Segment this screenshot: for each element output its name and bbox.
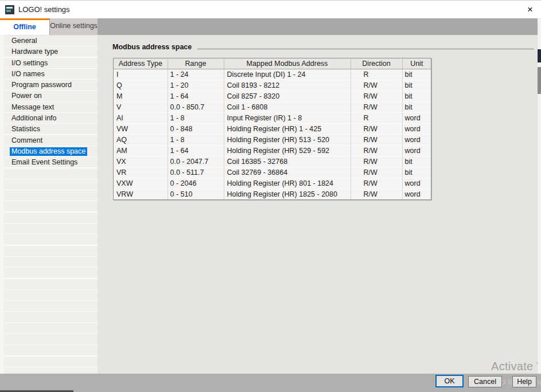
tab-label: Online settings	[50, 22, 98, 30]
sidebar-item[interactable]: Statistics	[4, 124, 98, 135]
cell-range: 1 - 64	[168, 91, 224, 102]
cell-range: 0 - 2046	[168, 178, 224, 189]
sidebar-item[interactable]: Message text	[4, 102, 98, 113]
background-window-edge-gray	[538, 67, 541, 94]
table-row: VW 0 - 848 Holding Register (HR) 1 - 425…	[114, 124, 431, 135]
cell-address-type: VX	[114, 156, 168, 167]
sidebar-item-label: I/O settings	[10, 59, 49, 68]
table-row: M 1 - 64 Coil 8257 - 8320 R/W bit	[114, 91, 431, 102]
cell-unit: word	[402, 113, 431, 124]
cell-address-type: V	[114, 102, 168, 113]
cell-mapped-address: Coil 8257 - 8320	[224, 91, 351, 102]
cell-mapped-address: Holding Register (HR) 513 - 520	[224, 135, 351, 146]
table-row: VR 0.0 - 511.7 Coil 32769 - 36864 R/W bi…	[114, 167, 431, 178]
cell-range: 0 - 848	[168, 124, 224, 135]
cell-unit: word	[402, 189, 431, 200]
table-row: VXW 0 - 2046 Holding Register (HR) 801 -…	[114, 178, 431, 189]
sidebar-item-label: I/O names	[10, 70, 46, 79]
cell-mapped-address: Coil 8193 - 8212	[224, 80, 351, 91]
cell-address-type: M	[114, 91, 168, 102]
cell-direction: R/W	[351, 156, 402, 167]
cell-mapped-address: Input Register (IR) 1 - 8	[224, 113, 351, 124]
sidebar-item[interactable]: Email Event Settings	[4, 157, 98, 168]
sidebar-item[interactable]: Modbus address space	[4, 146, 98, 157]
sidebar-edge	[0, 35, 4, 374]
sidebar-item[interactable]: Comment	[4, 135, 98, 146]
cell-unit: bit	[402, 102, 431, 113]
cell-mapped-address: Holding Register (HR) 529 - 592	[224, 146, 351, 156]
cell-range: 0.0 - 850.7	[168, 102, 224, 113]
table-header-row: Address TypeRangeMapped Modbus AddressDi…	[114, 58, 431, 69]
cell-unit: word	[402, 146, 431, 156]
cell-range: 1 - 8	[168, 135, 224, 146]
tab-item[interactable]: Offline settings	[0, 18, 49, 35]
cell-mapped-address: Coil 32769 - 36864	[224, 167, 351, 178]
table-row: Q 1 - 20 Coil 8193 - 8212 R/W bit	[114, 80, 431, 91]
sidebar-item-label: Hardware type	[10, 48, 60, 56]
activate-windows-watermark: Activate W	[491, 360, 541, 373]
background-window-edge-dark	[538, 49, 541, 62]
table-row: VX 0.0 - 2047.7 Coil 16385 - 32768 R/W b…	[114, 156, 431, 167]
sidebar-item[interactable]: Additional info	[4, 113, 98, 124]
cell-mapped-address: Coil 16385 - 32768	[224, 156, 351, 167]
section-divider	[197, 49, 534, 49]
cell-direction: R/W	[351, 178, 402, 189]
table-header-cell: Range	[168, 58, 224, 69]
ok-button[interactable]: OK	[435, 375, 464, 387]
table-row: AM 1 - 64 Holding Register (HR) 529 - 59…	[114, 146, 431, 156]
sidebar-item[interactable]: Hardware type	[4, 46, 98, 57]
cell-address-type: VXW	[114, 178, 168, 189]
close-icon[interactable]: ×	[524, 3, 536, 16]
section-header: Modbus address space	[112, 43, 534, 51]
cell-unit: bit	[402, 69, 431, 80]
table-row: I 1 - 24 Discrete Input (DI) 1 - 24 R bi…	[114, 69, 431, 80]
sidebar-item[interactable]: Power on	[4, 91, 98, 101]
table-header-cell: Unit	[402, 58, 431, 69]
cell-mapped-address: Coil 1 - 6808	[224, 102, 351, 113]
sidebar-item-label: Power on	[10, 92, 44, 100]
cell-address-type: I	[114, 69, 168, 80]
cell-direction: R	[351, 113, 402, 124]
cell-unit: word	[402, 135, 431, 146]
cell-direction: R/W	[351, 80, 402, 91]
sidebar-item[interactable]: General	[4, 36, 98, 46]
app-logo-icon	[5, 5, 14, 14]
sidebar-item-label: Modbus address space	[10, 147, 87, 156]
table-row: AI 1 - 8 Input Register (IR) 1 - 8 R wor…	[114, 113, 431, 124]
cell-direction: R/W	[351, 102, 402, 113]
cell-range: 1 - 24	[168, 69, 224, 80]
sidebar-item[interactable]: I/O names	[4, 69, 98, 80]
cell-address-type: VRW	[114, 189, 168, 200]
cell-range: 0.0 - 511.7	[168, 167, 224, 178]
cell-range: 0 - 510	[168, 189, 224, 200]
cell-direction: R/W	[351, 146, 402, 156]
cell-address-type: Q	[114, 80, 168, 91]
cell-direction: R/W	[351, 124, 402, 135]
cancel-button[interactable]: Cancel	[468, 376, 502, 387]
sidebar-item[interactable]: Program password	[4, 80, 98, 91]
logo-settings-dialog: LOGO! settings × Offline settings Online…	[0, 0, 541, 392]
title-bar: LOGO! settings ×	[0, 0, 541, 18]
cell-direction: R/W	[351, 91, 402, 102]
cell-address-type: AM	[114, 146, 168, 156]
cell-address-type: VR	[114, 167, 168, 178]
window-title: LOGO! settings	[18, 5, 70, 14]
cell-direction: R	[351, 69, 402, 80]
table-header-cell: Direction	[351, 58, 402, 69]
table-row: AQ 1 - 8 Holding Register (HR) 513 - 520…	[114, 135, 431, 146]
table-header-cell: Address Type	[114, 58, 168, 69]
sidebar-item[interactable]: I/O settings	[4, 58, 98, 69]
sidebar-item-label: Email Event Settings	[10, 158, 79, 167]
cell-address-type: VW	[114, 124, 168, 135]
cell-unit: bit	[402, 80, 431, 91]
cell-mapped-address: Holding Register (HR) 1825 - 2080	[224, 189, 351, 200]
sidebar-item-label: Message text	[10, 103, 56, 112]
help-button[interactable]: Help	[512, 376, 536, 387]
cell-unit: word	[402, 178, 431, 189]
cell-mapped-address: Holding Register (HR) 1 - 425	[224, 124, 351, 135]
tab-item[interactable]: Online settings	[49, 18, 98, 35]
sidebar-item-label: Comment	[10, 136, 44, 145]
sidebar-item-label: Program password	[10, 81, 73, 89]
modbus-address-table: Address TypeRangeMapped Modbus AddressDi…	[113, 58, 431, 200]
table-header-cell: Mapped Modbus Address	[224, 58, 351, 69]
